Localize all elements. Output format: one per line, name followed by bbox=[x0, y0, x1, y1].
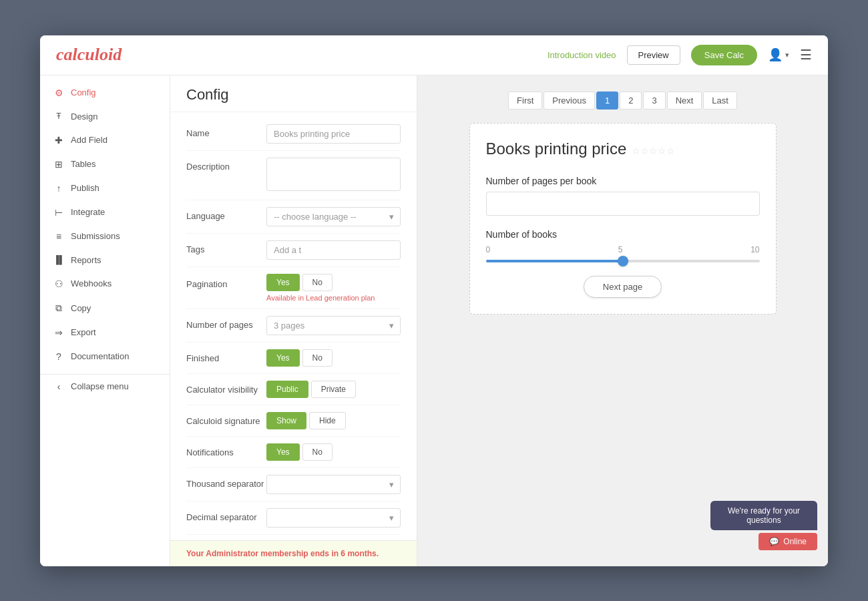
field1-label: Number of pages per book bbox=[486, 176, 760, 186]
sidebar-item-reports[interactable]: ▐▌ Reports bbox=[40, 248, 170, 272]
visibility-label: Calculator visibility bbox=[186, 381, 266, 395]
visibility-private-button[interactable]: Private bbox=[311, 381, 356, 398]
copy-icon: ⧉ bbox=[53, 303, 64, 314]
sidebar-item-documentation[interactable]: ? Documentation bbox=[40, 345, 170, 369]
next-page-calc-button[interactable]: Next page bbox=[584, 276, 662, 298]
previous-page-button[interactable]: Previous bbox=[544, 91, 595, 110]
slider-section: Number of books 0 5 10 bbox=[486, 229, 760, 262]
chat-online-label: Online bbox=[783, 537, 807, 546]
sidebar-item-collapse[interactable]: ‹ Collapse menu bbox=[40, 375, 170, 399]
export-icon: ⇒ bbox=[53, 327, 64, 338]
name-input[interactable] bbox=[266, 124, 401, 144]
chat-widget: We're ready for your questions 💬 Online bbox=[710, 501, 817, 550]
chevron-down-icon: ▾ bbox=[785, 51, 789, 59]
name-row: Name bbox=[186, 118, 401, 151]
sidebar-item-tables[interactable]: ⊞ Tables bbox=[40, 152, 170, 176]
webhooks-icon: ⚇ bbox=[53, 278, 64, 289]
sidebar-label-copy: Copy bbox=[71, 303, 91, 313]
signature-hide-button[interactable]: Hide bbox=[309, 412, 346, 429]
decimal-sep-label: Decimal separator bbox=[186, 508, 266, 522]
visibility-public-button[interactable]: Public bbox=[266, 381, 308, 398]
user-button[interactable]: 👤 ▾ bbox=[768, 47, 789, 62]
plan-note: Available in Lead generation plan bbox=[266, 294, 375, 302]
sidebar-label-add-field: Add Field bbox=[71, 135, 107, 145]
pagination-no-button[interactable]: No bbox=[302, 274, 333, 291]
collapse-icon: ‹ bbox=[53, 381, 64, 392]
sidebar-item-webhooks[interactable]: ⚇ Webhooks bbox=[40, 272, 170, 296]
sidebar-label-webhooks: Webhooks bbox=[71, 278, 112, 288]
submissions-icon: ≡ bbox=[53, 231, 64, 242]
config-title: Config bbox=[170, 75, 417, 112]
sidebar-item-integrate[interactable]: ⊢ Integrate bbox=[40, 200, 170, 224]
footer-highlight: in 6 months. bbox=[331, 549, 379, 558]
sidebar-item-add-field[interactable]: ✚ Add Field bbox=[40, 128, 170, 152]
language-select[interactable]: -- choose language -- bbox=[266, 207, 401, 226]
decimal-sep-select[interactable] bbox=[266, 508, 401, 528]
sidebar-item-config[interactable]: ⚙ Config bbox=[40, 81, 170, 105]
chat-online-button[interactable]: 💬 Online bbox=[758, 533, 817, 550]
slider-fill bbox=[486, 260, 623, 262]
chat-bubble: We're ready for your questions bbox=[710, 501, 817, 530]
signature-label: Calculoid signature bbox=[186, 412, 266, 426]
config-panel: Config Name Description Language bbox=[170, 75, 417, 566]
notifications-row: Notifications Yes No bbox=[186, 437, 401, 468]
sidebar-label-export: Export bbox=[71, 327, 96, 337]
sidebar: ⚙ Config Ŧ Design ✚ Add Field ⊞ Tables ↑… bbox=[40, 75, 170, 566]
slider-thumb[interactable] bbox=[618, 256, 628, 266]
sidebar-label-reports: Reports bbox=[71, 255, 101, 265]
sidebar-item-design[interactable]: Ŧ Design bbox=[40, 105, 170, 128]
notifications-label: Notifications bbox=[186, 443, 266, 457]
page-1-button[interactable]: 1 bbox=[596, 91, 618, 110]
pagination-yes-button[interactable]: Yes bbox=[266, 274, 300, 291]
visibility-row: Calculator visibility Public Private bbox=[186, 374, 401, 405]
number-of-pages-select[interactable]: 3 pages bbox=[266, 316, 401, 335]
sidebar-item-copy[interactable]: ⧉ Copy bbox=[40, 296, 170, 321]
last-page-button[interactable]: Last bbox=[703, 91, 737, 110]
finished-yes-button[interactable]: Yes bbox=[266, 349, 300, 367]
hamburger-icon[interactable]: ☰ bbox=[800, 47, 812, 63]
tags-input[interactable] bbox=[266, 240, 401, 260]
description-value bbox=[266, 158, 401, 193]
add-field-icon: ✚ bbox=[53, 135, 64, 146]
tables-icon: ⊞ bbox=[53, 159, 64, 170]
next-page-button[interactable]: Next bbox=[667, 91, 702, 110]
sidebar-item-submissions[interactable]: ≡ Submissions bbox=[40, 224, 170, 248]
number-of-pages-value: 3 pages bbox=[266, 316, 401, 335]
decimal-sep-row: Decimal separator bbox=[186, 502, 401, 535]
name-label: Name bbox=[186, 124, 266, 138]
pagination-toggle: Yes No bbox=[266, 274, 401, 291]
integrate-icon: ⊢ bbox=[53, 207, 64, 218]
signature-row: Calculoid signature Show Hide bbox=[186, 405, 401, 437]
number-of-pages-row: Number of pages 3 pages bbox=[186, 309, 401, 343]
tags-row: Tags bbox=[186, 234, 401, 267]
slider-track[interactable] bbox=[486, 260, 760, 262]
config-icon: ⚙ bbox=[53, 87, 64, 98]
signature-show-button[interactable]: Show bbox=[266, 412, 306, 429]
field2-label: Number of books bbox=[486, 229, 760, 240]
first-page-button[interactable]: First bbox=[508, 91, 542, 110]
sidebar-item-publish[interactable]: ↑ Publish bbox=[40, 176, 170, 200]
page-2-button[interactable]: 2 bbox=[620, 91, 642, 110]
field1-input[interactable] bbox=[486, 192, 760, 216]
notifications-yes-button[interactable]: Yes bbox=[266, 443, 300, 461]
preview-panel: First Previous 1 2 3 Next Last Books pri… bbox=[417, 75, 828, 566]
name-value bbox=[266, 124, 401, 144]
description-input[interactable] bbox=[266, 158, 401, 191]
save-button[interactable]: Save Calc bbox=[691, 45, 757, 65]
description-row: Description bbox=[186, 151, 401, 200]
finished-no-button[interactable]: No bbox=[302, 349, 333, 367]
language-value: -- choose language -- bbox=[266, 207, 401, 226]
tags-label: Tags bbox=[186, 240, 266, 254]
pagination-bar: First Previous 1 2 3 Next Last bbox=[508, 91, 737, 110]
sidebar-item-export[interactable]: ⇒ Export bbox=[40, 321, 170, 345]
preview-button[interactable]: Preview bbox=[627, 45, 680, 65]
intro-video-link[interactable]: Introduction video bbox=[548, 50, 616, 60]
header: calculoid Introduction video Preview Sav… bbox=[40, 35, 828, 75]
calc-stars[interactable]: ☆☆☆☆☆ bbox=[632, 146, 675, 156]
sidebar-label-documentation: Documentation bbox=[71, 351, 129, 361]
sidebar-label-publish: Publish bbox=[71, 183, 99, 193]
logo: calculoid bbox=[56, 45, 548, 65]
page-3-button[interactable]: 3 bbox=[643, 91, 665, 110]
thousand-sep-select[interactable] bbox=[266, 475, 401, 494]
notifications-no-button[interactable]: No bbox=[302, 443, 333, 461]
